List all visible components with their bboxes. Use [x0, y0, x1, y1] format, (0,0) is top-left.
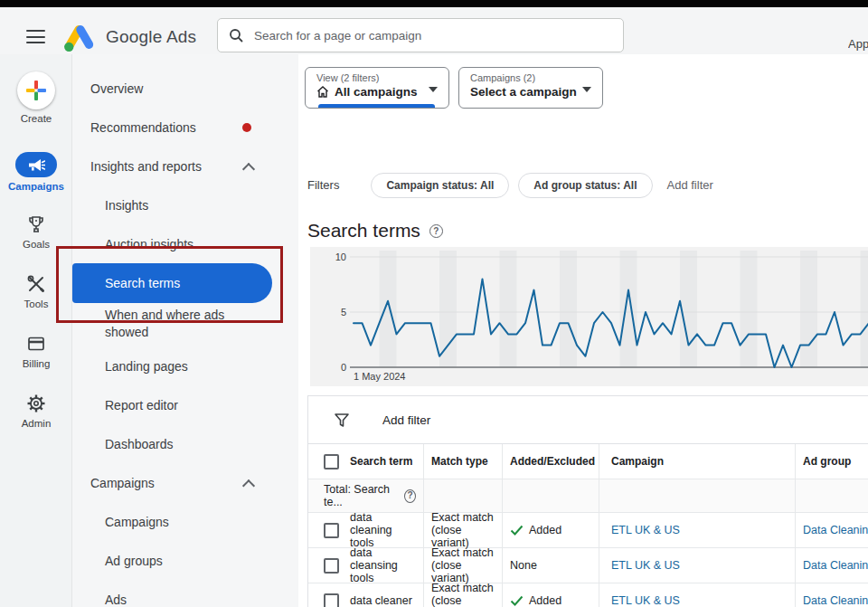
- filters-label: Filters: [307, 178, 339, 192]
- search-term-text: data cleansing tools: [350, 546, 416, 584]
- nav-item-auction-insights[interactable]: Auction insights: [72, 224, 298, 263]
- total-cell-empty: [503, 479, 599, 512]
- view-selector[interactable]: View (2 filters) All campaigns: [305, 67, 449, 109]
- nav-item-recommendations[interactable]: Recommendations: [72, 108, 298, 147]
- table-header-row: Search termMatch typeAdded/ExcludedCampa…: [308, 444, 868, 479]
- main-content: View (2 filters) All campaigns Campaigns…: [298, 54, 868, 607]
- nav-item-overview[interactable]: Overview: [72, 69, 298, 108]
- chevron-up-icon: [242, 162, 255, 175]
- rail-item-create[interactable]: Create: [0, 71, 72, 124]
- select-all-checkbox[interactable]: [324, 454, 339, 469]
- page-title: Search terms: [307, 220, 420, 242]
- added-excluded-cell: None: [503, 548, 599, 583]
- match-type-cell: Exact match (close variant): [424, 513, 503, 547]
- filter-chip-ad-group-status[interactable]: Ad group status: All: [518, 173, 652, 198]
- added-status-text: Added: [529, 594, 561, 607]
- menu-icon[interactable]: [26, 30, 45, 43]
- chevron-up-icon: [242, 479, 255, 491]
- rail-label: Goals: [0, 239, 72, 250]
- column-header-label: Campaign: [611, 455, 664, 468]
- column-header-ad-group[interactable]: Ad group: [796, 444, 868, 479]
- campaign-link[interactable]: ETL UK & US: [611, 524, 680, 536]
- help-icon[interactable]: ?: [404, 489, 416, 503]
- nav-item-insights[interactable]: Insights: [72, 185, 298, 224]
- nav-item-dashboards[interactable]: Dashboards: [72, 424, 298, 463]
- rail-item-campaigns[interactable]: Campaigns: [0, 152, 72, 192]
- added-excluded-cell: Added: [503, 513, 599, 547]
- campaign-cell: ETL UK & US: [599, 513, 796, 547]
- search-term-cell: data cleaning tools: [308, 513, 424, 547]
- nav-item-landing-pages[interactable]: Landing pages: [72, 346, 298, 385]
- added-excluded-cell: Added: [503, 583, 599, 607]
- match-type-text: Exact match (close variant): [431, 582, 495, 607]
- ad-group-link[interactable]: Data Cleaning T: [803, 594, 868, 607]
- nav-item-campaigns[interactable]: Campaigns: [72, 463, 298, 502]
- nav-item-label: Insights and reports: [90, 159, 202, 174]
- ad-group-link[interactable]: Data Cleaning T: [803, 559, 868, 572]
- total-cell-empty: [796, 479, 868, 512]
- campaign-link[interactable]: ETL UK & US: [611, 594, 680, 607]
- campaign-selector-value: Select a campaign: [470, 85, 577, 99]
- match-type-cell: Exact match (close variant): [424, 583, 503, 607]
- total-cell-empty: [424, 479, 503, 512]
- rail-item-goals[interactable]: Goals: [0, 213, 72, 250]
- check-icon: [510, 525, 524, 536]
- nav-item-insights-and-reports[interactable]: Insights and reports: [72, 147, 298, 185]
- search-term-text: data cleaning tools: [350, 511, 416, 549]
- search-term-cell: data cleansing tools: [308, 548, 424, 583]
- global-search[interactable]: [217, 18, 624, 52]
- filter-funnel-icon[interactable]: [334, 413, 350, 428]
- nav-item-ad-groups[interactable]: Ad groups: [72, 541, 298, 580]
- page-title-row: Search terms ?: [307, 220, 443, 242]
- search-input[interactable]: [252, 28, 612, 43]
- topbar-right-text[interactable]: App: [848, 37, 868, 51]
- column-header-label: Ad group: [803, 455, 851, 468]
- rail-item-admin[interactable]: Admin: [0, 393, 72, 429]
- row-checkbox[interactable]: [324, 558, 339, 574]
- nav-item-label: Ads: [105, 593, 127, 607]
- filter-chip-campaign-status[interactable]: Campaign status: All: [371, 173, 509, 198]
- campaign-selector[interactable]: Campaigns (2) Select a campaign: [458, 67, 603, 109]
- column-header-campaign[interactable]: Campaign: [599, 444, 796, 479]
- notification-dot: [242, 123, 251, 132]
- match-type-text: Exact match (close variant): [431, 546, 495, 584]
- nav-item-search-terms[interactable]: Search terms: [72, 263, 272, 303]
- ad-group-cell: Data Cleaning T: [796, 513, 868, 547]
- column-header-search-term[interactable]: Search term: [308, 444, 424, 479]
- chart-panel: 05101 May 2024: [310, 247, 868, 386]
- add-filter-link[interactable]: Add filter: [667, 178, 713, 192]
- nav-item-label: Recommendations: [90, 120, 196, 135]
- nav-item-campaigns[interactable]: Campaigns: [72, 502, 298, 541]
- added-status-text: None: [510, 559, 537, 572]
- nav-menu: OverviewRecommendationsInsights and repo…: [72, 54, 298, 607]
- rail-item-billing[interactable]: Billing: [0, 333, 72, 369]
- column-header-label: Match type: [431, 455, 488, 468]
- column-header-added-excluded[interactable]: Added/Excluded: [503, 444, 599, 479]
- table-row: data cleaning toolsExact match (close va…: [308, 513, 868, 548]
- row-checkbox[interactable]: [324, 593, 339, 607]
- table-row: data cleanerExact match (close variant)A…: [308, 583, 868, 607]
- column-header-match-type[interactable]: Match type: [424, 444, 503, 479]
- nav-item-ads[interactable]: Ads: [72, 580, 298, 607]
- row-checkbox[interactable]: [324, 523, 339, 538]
- nav-item-report-editor[interactable]: Report editor: [72, 385, 298, 424]
- google-ads-logo: Google Ads: [63, 22, 196, 52]
- added-status-text: Added: [529, 524, 561, 536]
- rail-item-tools[interactable]: Tools: [0, 273, 72, 309]
- nav-item-when-and-where-ads-showed[interactable]: When and where ads showed: [72, 303, 298, 346]
- ad-group-link[interactable]: Data Cleaning T: [803, 524, 868, 536]
- help-icon[interactable]: ?: [429, 224, 443, 238]
- campaign-selector-label: Campaigns (2): [470, 72, 591, 83]
- campaign-link[interactable]: ETL UK & US: [611, 559, 680, 572]
- total-label: Total: Search te...: [324, 483, 397, 508]
- nav-item-label: Search terms: [105, 276, 180, 290]
- search-terms-table: Add filter Search termMatch typeAdded/Ex…: [307, 395, 868, 607]
- rail-label: Admin: [0, 418, 72, 429]
- create-button[interactable]: [17, 71, 55, 109]
- svg-text:0: 0: [341, 362, 346, 373]
- table-add-filter[interactable]: Add filter: [382, 413, 430, 427]
- svg-text:1 May 2024: 1 May 2024: [354, 371, 405, 382]
- icon-rail: Create Campaigns: [0, 54, 72, 607]
- ad-group-cell: Data Cleaning T: [796, 548, 868, 583]
- tools-icon: [25, 273, 47, 295]
